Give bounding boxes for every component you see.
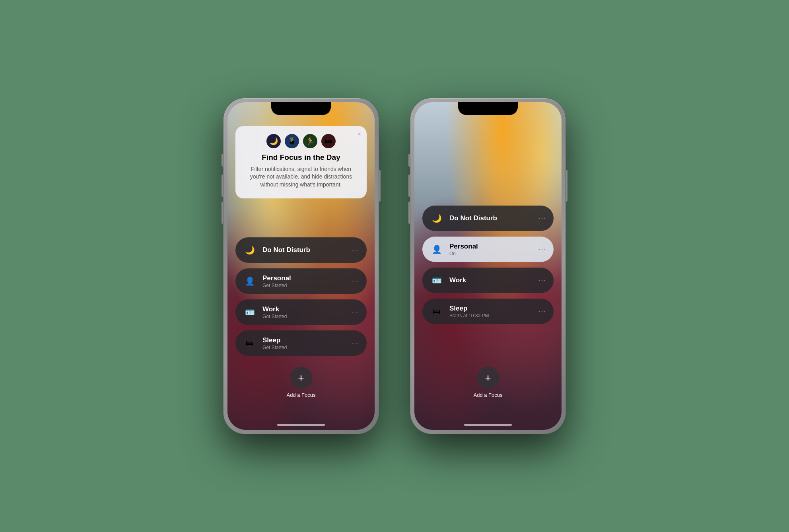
more-options-icon[interactable]: ··· — [352, 340, 360, 347]
person-icon: 👤 — [429, 242, 444, 256]
work-item[interactable]: 🪪 Work Got Started ··· — [235, 299, 367, 325]
item-text: Sleep Starts at 10:30 PM — [449, 305, 533, 318]
item-subtitle: On — [449, 251, 533, 256]
more-options-icon[interactable]: ··· — [352, 247, 360, 254]
add-focus-label: Add a Focus — [287, 392, 316, 398]
mute-button — [222, 154, 223, 167]
item-title: Work — [262, 305, 346, 313]
home-indicator — [277, 424, 325, 426]
more-options-icon[interactable]: ··· — [539, 246, 546, 253]
item-subtitle: Starts at 10:30 PM — [449, 313, 533, 318]
notch — [458, 102, 518, 115]
item-text: Do Not Disturb — [262, 246, 346, 254]
volume-up-button — [222, 175, 223, 197]
close-button[interactable]: × — [358, 131, 361, 137]
item-text: Personal Get Started — [262, 274, 346, 288]
run-icon: 🏃 — [303, 134, 317, 148]
item-title: Personal — [262, 274, 346, 282]
personal-item-active[interactable]: 👤 Personal On ··· — [422, 237, 554, 262]
item-text: Do Not Disturb — [449, 214, 533, 222]
moon-icon: 🌙 — [429, 211, 444, 225]
sleep-item[interactable]: 🛏 Sleep Starts at 10:30 PM ··· — [422, 299, 554, 324]
id-card-icon: 🪪 — [243, 305, 257, 319]
add-icon: + — [477, 367, 499, 389]
do-not-disturb-item[interactable]: 🌙 Do Not Disturb ··· — [422, 206, 554, 231]
card-title: Find Focus in the Day — [243, 153, 359, 162]
do-not-disturb-item[interactable]: 🌙 Do Not Disturb ··· — [235, 237, 367, 263]
item-title: Work — [449, 276, 533, 284]
item-text: Work — [449, 276, 533, 284]
work-item[interactable]: 🪪 Work ··· — [422, 268, 554, 293]
volume-up-button — [408, 175, 410, 197]
item-subtitle: Get Started — [262, 283, 346, 288]
volume-down-button — [408, 202, 410, 224]
power-button — [379, 170, 381, 202]
item-text: Work Got Started — [262, 305, 346, 319]
more-options-icon[interactable]: ··· — [539, 308, 546, 315]
bed-icon: 🛏 — [243, 336, 257, 350]
item-title: Sleep — [449, 305, 533, 313]
item-subtitle: Got Started — [262, 314, 346, 319]
bed-icon: 🛏 — [321, 134, 336, 148]
more-options-icon[interactable]: ··· — [352, 278, 360, 285]
sleep-item[interactable]: 🛏 Sleep Get Started ··· — [235, 330, 367, 356]
home-indicator — [464, 424, 512, 426]
focus-list-1: 🌙 Do Not Disturb ··· 👤 Personal Get Star… — [235, 237, 367, 356]
phone-1: 🌙 📱 🏃 🛏 × Find Focus in the Day Filter n… — [223, 98, 379, 434]
more-options-icon[interactable]: ··· — [539, 215, 546, 222]
item-subtitle: Get Started — [262, 345, 346, 350]
volume-down-button — [222, 202, 223, 224]
more-options-icon[interactable]: ··· — [352, 309, 360, 316]
item-text: Personal On — [449, 243, 533, 256]
moon-icon: 🌙 — [243, 243, 257, 257]
mute-button — [408, 154, 410, 167]
more-options-icon[interactable]: ··· — [539, 277, 546, 284]
id-card-icon: 🪪 — [429, 273, 444, 287]
item-title: Sleep — [262, 336, 346, 344]
add-icon: + — [290, 367, 312, 389]
add-focus-button[interactable]: + Add a Focus — [287, 367, 316, 398]
bed-icon: 🛏 — [429, 304, 444, 318]
add-focus-label: Add a Focus — [474, 392, 503, 398]
phone-icon: 📱 — [285, 134, 299, 148]
item-title: Do Not Disturb — [262, 246, 346, 254]
item-text: Sleep Get Started — [262, 336, 346, 350]
notch — [271, 102, 331, 115]
person-icon: 👤 — [243, 274, 257, 288]
item-title: Do Not Disturb — [449, 214, 533, 222]
item-title: Personal — [449, 243, 533, 250]
focus-list-2: 🌙 Do Not Disturb ··· 👤 Personal On ··· 🪪 — [422, 206, 554, 324]
moon-icon: 🌙 — [266, 134, 281, 148]
card-description: Filter notifications, signal to friends … — [243, 165, 359, 189]
focus-card: 🌙 📱 🏃 🛏 × Find Focus in the Day Filter n… — [235, 126, 367, 198]
personal-item[interactable]: 👤 Personal Get Started ··· — [235, 268, 367, 294]
power-button — [566, 170, 567, 202]
phone-2: 🌙 Do Not Disturb ··· 👤 Personal On ··· 🪪 — [410, 98, 566, 434]
add-focus-button[interactable]: + Add a Focus — [474, 367, 503, 398]
focus-card-icons: 🌙 📱 🏃 🛏 — [243, 134, 359, 148]
